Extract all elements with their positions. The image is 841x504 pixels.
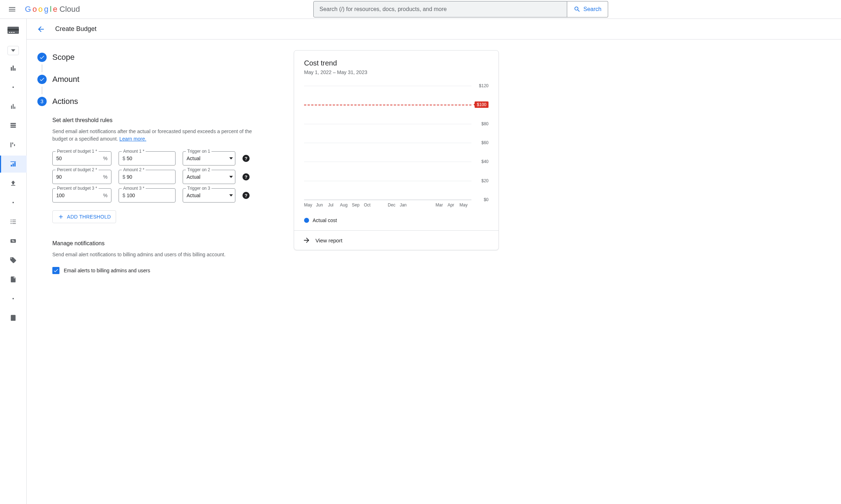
field-label: Trigger on 3: [186, 186, 211, 191]
trigger-field-3[interactable]: Trigger on 3 Actual: [183, 188, 235, 203]
step-check-icon: [37, 75, 47, 84]
search-icon: [574, 6, 581, 13]
svg-rect-5: [11, 162, 16, 162]
grid-line: [304, 162, 471, 162]
x-axis-label: Jan: [400, 203, 412, 208]
amount-input[interactable]: [127, 156, 172, 161]
percent-input[interactable]: [56, 156, 103, 161]
view-report-button[interactable]: View report: [294, 230, 498, 250]
trigger-value: Actual: [187, 174, 200, 180]
x-axis-label: Jul: [328, 203, 340, 208]
budget-badge: $100: [475, 101, 489, 108]
y-axis-label: $40: [481, 159, 489, 164]
hamburger-icon: [8, 5, 16, 14]
search-button-label: Search: [584, 6, 602, 12]
x-axis-label: Aug: [340, 203, 352, 208]
step-label: Actions: [52, 97, 78, 106]
amount-field-3[interactable]: Amount 3 * $: [119, 188, 176, 203]
step-scope[interactable]: Scope: [37, 50, 280, 64]
step-amount[interactable]: Amount: [37, 72, 280, 86]
arrow-right-icon: [303, 236, 310, 244]
rail-item-cost-table[interactable]: [0, 117, 27, 134]
dollar-prefix: $: [122, 156, 127, 161]
trigger-field-2[interactable]: Trigger on 2 Actual: [183, 170, 235, 184]
add-threshold-label: ADD THRESHOLD: [67, 214, 111, 220]
field-label: Percent of budget 2 *: [56, 167, 99, 172]
x-axis-label: [412, 203, 424, 208]
y-axis-label: $60: [481, 140, 489, 145]
field-label: Percent of budget 1 *: [56, 149, 99, 154]
y-axis-label: $120: [479, 83, 489, 88]
nav-menu-button[interactable]: [4, 1, 21, 18]
billing-product-icon[interactable]: [5, 24, 22, 37]
rail-item-tags[interactable]: [0, 252, 27, 269]
help-icon[interactable]: ?: [242, 192, 250, 199]
rail-item-overview[interactable]: [0, 59, 27, 77]
y-axis-label: $80: [481, 121, 489, 126]
x-axis-label: [424, 203, 436, 208]
search-input[interactable]: [319, 6, 561, 12]
rail-item-pricing[interactable]: [0, 213, 27, 230]
document-icon: [10, 276, 17, 283]
cost-trend-card: Cost trend May 1, 2022 – May 31, 2023 $1…: [294, 50, 499, 250]
trigger-field-1[interactable]: Trigger on 1 Actual: [183, 151, 235, 166]
rail-item-breakdown[interactable]: [0, 136, 27, 153]
notifications-section: Manage notifications Send email alert no…: [52, 240, 280, 274]
percent-field-2[interactable]: Percent of budget 2 * %: [52, 170, 111, 184]
svg-rect-3: [11, 32, 12, 33]
field-label: Amount 2 *: [122, 167, 146, 172]
step-number: 3: [37, 97, 47, 106]
budget-icon: [10, 161, 17, 168]
add-threshold-button[interactable]: ADD THRESHOLD: [52, 210, 116, 223]
rail-item-reports[interactable]: [0, 98, 27, 115]
percent-suffix: %: [103, 193, 108, 198]
back-button[interactable]: [34, 22, 48, 36]
email-alerts-checkbox[interactable]: [52, 267, 59, 274]
legend-label: Actual cost: [313, 217, 337, 223]
amount-input[interactable]: [127, 193, 172, 198]
y-axis-label: $0: [484, 197, 489, 202]
percent-input[interactable]: [56, 193, 103, 198]
amount-field-2[interactable]: Amount 2 * $: [119, 170, 176, 184]
amount-input[interactable]: [127, 174, 172, 180]
rail-item-export[interactable]: [0, 175, 27, 192]
grid-line: [304, 181, 471, 181]
x-axis-label: Apr: [448, 203, 460, 208]
chevron-down-icon: [229, 193, 233, 198]
top-bar: Google Cloud Search: [0, 0, 841, 19]
view-report-label: View report: [315, 237, 343, 243]
percent-field-1[interactable]: Percent of budget 1 * %: [52, 151, 111, 166]
step-check-icon: [37, 53, 47, 62]
page-title: Create Budget: [55, 25, 96, 33]
notes-icon: [10, 314, 17, 321]
email-alerts-label: Email alerts to billing admins and users: [64, 268, 150, 273]
percent-field-3[interactable]: Percent of budget 3 * %: [52, 188, 111, 203]
step-actions[interactable]: 3 Actions: [37, 94, 280, 109]
rail-item-budgets[interactable]: [0, 156, 27, 173]
threshold-section: Set alert threshold rules Send email ale…: [52, 117, 280, 223]
rail-item-dot-3[interactable]: [0, 290, 27, 307]
credit-card-icon: [7, 26, 20, 35]
plus-icon: [58, 214, 64, 220]
step-connector: [42, 86, 42, 94]
google-cloud-logo[interactable]: Google Cloud: [25, 5, 80, 14]
learn-more-link[interactable]: Learn more.: [119, 136, 146, 142]
help-icon[interactable]: ?: [242, 155, 250, 162]
percent-input[interactable]: [56, 174, 103, 180]
rail-item-commitments[interactable]: %: [0, 232, 27, 250]
search-button[interactable]: Search: [567, 1, 608, 17]
rail-item-dot-2[interactable]: [0, 194, 27, 211]
rail-item-dot-1[interactable]: [0, 79, 27, 96]
x-axis-labels: MayJunJulAugSepOctDecJanMarAprMay: [304, 203, 471, 208]
field-label: Percent of budget 3 *: [56, 186, 99, 191]
rail-dropdown-toggle[interactable]: [7, 46, 19, 55]
chevron-down-icon: [11, 48, 15, 53]
help-icon[interactable]: ?: [242, 173, 250, 180]
form-column: Scope Amount 3 Actions: [37, 50, 280, 274]
legend-dot-icon: [304, 218, 309, 223]
budget-line: [304, 105, 471, 105]
x-axis-label: [376, 203, 388, 208]
rail-item-notes[interactable]: [0, 309, 27, 326]
amount-field-1[interactable]: Amount 1 * $: [119, 151, 176, 166]
rail-item-billing[interactable]: [0, 271, 27, 288]
